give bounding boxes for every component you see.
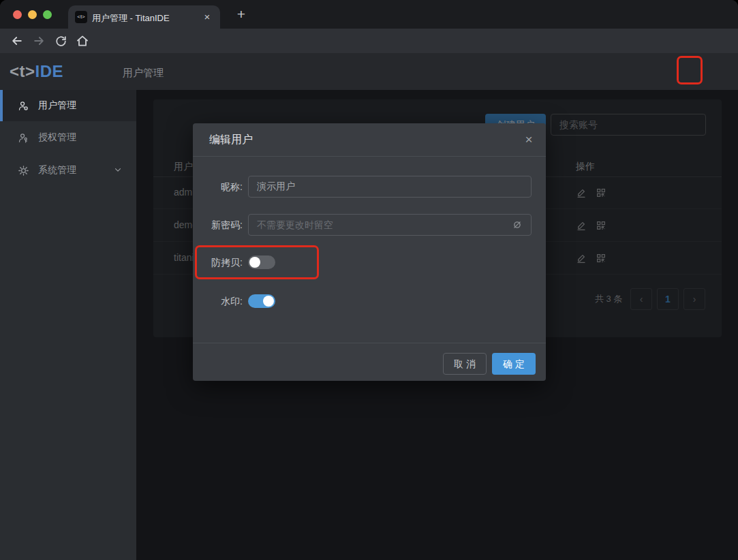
user-gear-icon <box>18 100 29 112</box>
annotation-box-anticopy <box>195 245 319 279</box>
modal-footer: 取 消 确 定 <box>193 343 546 381</box>
logo-prefix: <t> <box>10 62 35 80</box>
sidebar-item-label: 用户管理 <box>38 99 76 112</box>
browser-window: <t> 用户管理 - TitanIDE × + try.titanide.cn/… <box>0 0 738 560</box>
nickname-label: 昵称: <box>193 176 243 198</box>
gear-icon <box>18 165 29 176</box>
watermark-label: 水印: <box>193 290 243 312</box>
sidebar-item-label: 授权管理 <box>38 131 76 144</box>
sidebar-item-authorization[interactable]: 授权管理 <box>0 121 136 154</box>
sidebar-item-label: 系统管理 <box>38 164 76 176</box>
app-header: <t>TITANIDE 用户管理 ? 演 <box>0 53 738 90</box>
traffic-minimize-button[interactable] <box>28 10 37 19</box>
eye-slash-icon[interactable] <box>511 219 523 231</box>
watermark-field-row: 水印: <box>193 290 546 312</box>
password-label: 新密码: <box>193 214 243 236</box>
confirm-button[interactable]: 确 定 <box>492 353 536 375</box>
logo-accent: IDE <box>35 62 64 80</box>
nickname-field-row: 昵称: <box>193 176 546 198</box>
back-icon[interactable] <box>7 31 27 50</box>
browser-tab[interactable]: <t> 用户管理 - TitanIDE × <box>68 5 220 29</box>
reload-icon[interactable] <box>51 31 70 50</box>
watermark-toggle[interactable] <box>248 294 275 308</box>
browser-toolbar: try.titanide.cn/ide/web/admin/systemUser… <box>0 29 738 53</box>
tab-strip: <t> 用户管理 - TitanIDE × + <box>0 0 738 29</box>
sidebar-item-user-management[interactable]: 用户管理 <box>0 90 136 121</box>
forward-icon[interactable] <box>29 31 48 50</box>
modal-header: 编辑用户 × <box>193 123 546 157</box>
chevron-down-icon <box>113 165 124 176</box>
home-icon[interactable] <box>73 31 92 50</box>
sidebar: 用户管理 授权管理 系统管理 <box>0 90 136 560</box>
traffic-zoom-button[interactable] <box>43 10 52 19</box>
titanide-favicon-icon: <t> <box>75 11 87 23</box>
toggle-knob <box>263 296 274 307</box>
password-field-row: 新密码: <box>193 214 546 236</box>
nickname-input[interactable] <box>248 176 532 198</box>
user-key-icon <box>18 132 29 144</box>
page-title: 用户管理 <box>123 67 164 80</box>
annotation-box-layers-icon <box>677 56 703 84</box>
cancel-button[interactable]: 取 消 <box>443 353 487 375</box>
traffic-close-button[interactable] <box>13 10 22 19</box>
password-input[interactable] <box>248 214 532 236</box>
titanide-logo: <t>TITANIDE <box>10 62 63 81</box>
modal-close-icon[interactable]: × <box>521 132 536 147</box>
tab-close-icon[interactable]: × <box>201 11 213 23</box>
modal-title: 编辑用户 <box>209 123 253 156</box>
new-tab-button[interactable]: + <box>232 5 251 24</box>
tab-title: 用户管理 - TitanIDE <box>92 12 170 25</box>
sidebar-item-system[interactable]: 系统管理 <box>0 154 136 187</box>
